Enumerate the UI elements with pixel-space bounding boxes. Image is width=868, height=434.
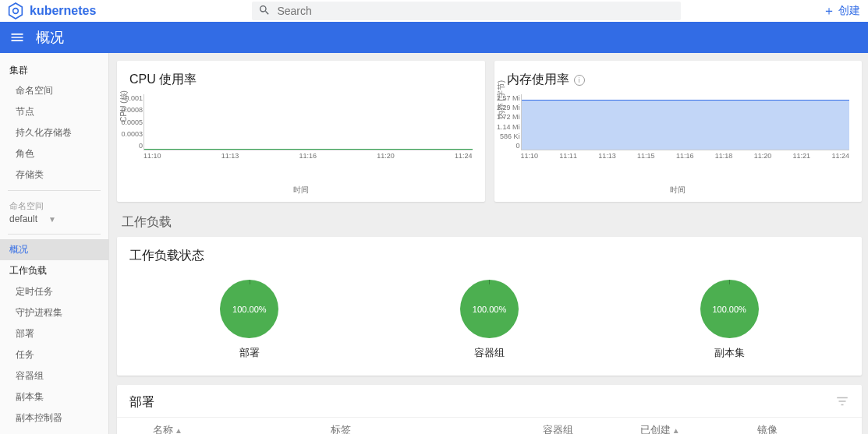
sidebar-item-cronjobs[interactable]: 定时任务 xyxy=(0,281,108,302)
workload-status-pods: 100.00% 容器组 xyxy=(460,275,519,360)
sidebar: 集群 命名空间 节点 持久化存储卷 角色 存储类 命名空间 default ▼ … xyxy=(0,53,109,434)
mem-xticks: 11:10 11:11 11:13 11:15 11:16 11:18 11:2… xyxy=(521,150,850,160)
sort-asc-icon: ▲ xyxy=(672,426,680,434)
col-image[interactable]: 镜像 xyxy=(749,418,832,435)
cpu-xticks: 11:10 11:13 11:16 11:20 11:24 xyxy=(143,150,473,160)
create-button[interactable]: ＋ 创建 xyxy=(823,3,860,19)
svg-point-1 xyxy=(13,9,19,14)
cpu-chart-plot: 0.001 0.0008 0.0005 0.0003 0 xyxy=(143,94,473,150)
sidebar-item-nodes[interactable]: 节点 xyxy=(0,101,108,122)
main-content: CPU 使用率 CPU (核) 0.001 0.0008 0.0005 0.00… xyxy=(109,53,868,434)
donut-chart-icon: 100.00% xyxy=(460,280,519,338)
namespace-select-label: 命名空间 xyxy=(0,196,108,213)
search-input-wrap[interactable] xyxy=(252,2,681,20)
brand-title: kubernetes xyxy=(30,4,96,18)
filter-icon[interactable] xyxy=(835,394,849,411)
col-labels[interactable]: 标签 xyxy=(323,418,535,435)
sidebar-item-statefulsets[interactable]: 有状态副本集 xyxy=(0,429,108,434)
col-created[interactable]: 已创建▲ xyxy=(632,418,749,435)
sidebar-section-cluster: 集群 xyxy=(0,58,108,80)
plus-icon: ＋ xyxy=(823,3,835,19)
info-icon[interactable]: i xyxy=(574,75,585,86)
sidebar-section-workloads[interactable]: 工作负载 xyxy=(0,260,108,281)
sidebar-item-pv[interactable]: 持久化存储卷 xyxy=(0,122,108,143)
cpu-usage-card: CPU 使用率 CPU (核) 0.001 0.0008 0.0005 0.00… xyxy=(117,61,485,202)
svg-marker-0 xyxy=(9,3,23,19)
namespace-select[interactable]: default ▼ xyxy=(0,213,108,229)
sidebar-item-replicasets[interactable]: 副本集 xyxy=(0,386,108,408)
workload-status-card: 工作负载状态 100.00% 部署 100.00% 容器组 100.00% 副本… xyxy=(117,237,862,376)
cpu-yticks: 0.001 0.0008 0.0005 0.0003 0 xyxy=(110,94,143,150)
hamburger-menu-icon[interactable] xyxy=(8,28,27,47)
sort-asc-icon: ▲ xyxy=(175,426,182,434)
memory-usage-card: 内存使用率 i 内存 (字节) 2.57 Mi 2.29 Mi 1.72 Mi … xyxy=(494,61,863,202)
donut-chart-icon: 100.00% xyxy=(700,280,759,338)
page-title: 概况 xyxy=(36,28,64,47)
search-icon xyxy=(258,4,271,19)
sidebar-item-pods[interactable]: 容器组 xyxy=(0,365,108,386)
cpu-chart-title: CPU 使用率 xyxy=(117,61,485,91)
donut-chart-icon: 100.00% xyxy=(220,280,278,338)
mem-chart-plot: 2.57 Mi 2.29 Mi 1.72 Mi 1.14 Mi 586 Ki 0 xyxy=(521,94,850,150)
sidebar-item-daemonsets[interactable]: 守护进程集 xyxy=(0,302,108,323)
workload-status-deployments: 100.00% 部署 xyxy=(220,275,278,360)
deployments-card: 部署 名称▲ 标签 容器组 已创建▲ 镜像 ✓ xyxy=(117,385,862,434)
workload-status-title: 工作负载状态 xyxy=(117,237,862,267)
sidebar-item-overview[interactable]: 概况 xyxy=(0,239,108,260)
col-pods[interactable]: 容器组 xyxy=(535,418,632,435)
sidebar-item-roles[interactable]: 角色 xyxy=(0,143,108,164)
mem-chart-xlabel: 时间 xyxy=(494,185,863,202)
memory-chart-title: 内存使用率 xyxy=(507,72,569,88)
sidebar-item-deployments[interactable]: 部署 xyxy=(0,323,108,344)
col-name[interactable]: 名称▲ xyxy=(117,418,323,435)
sidebar-item-rcs[interactable]: 副本控制器 xyxy=(0,408,108,429)
sidebar-item-storageclass[interactable]: 存储类 xyxy=(0,164,108,185)
deployments-table: 名称▲ 标签 容器组 已创建▲ 镜像 ✓ nginx-deploy run: n… xyxy=(117,417,862,434)
workloads-section-title: 工作负载 xyxy=(117,211,862,237)
kubernetes-logo-icon xyxy=(8,3,23,19)
chevron-down-icon: ▼ xyxy=(48,215,56,224)
mem-yticks: 2.57 Mi 2.29 Mi 1.72 Mi 1.14 Mi 586 Ki 0 xyxy=(487,94,520,150)
namespace-select-value: default xyxy=(9,213,37,224)
deployments-title: 部署 xyxy=(129,394,154,411)
cpu-chart-xlabel: 时间 xyxy=(117,185,485,202)
create-label: 创建 xyxy=(838,4,860,18)
search-input[interactable] xyxy=(277,5,675,17)
workload-status-replicasets: 100.00% 副本集 xyxy=(700,275,759,360)
sidebar-item-jobs[interactable]: 任务 xyxy=(0,344,108,365)
sidebar-item-namespace[interactable]: 命名空间 xyxy=(0,80,108,101)
